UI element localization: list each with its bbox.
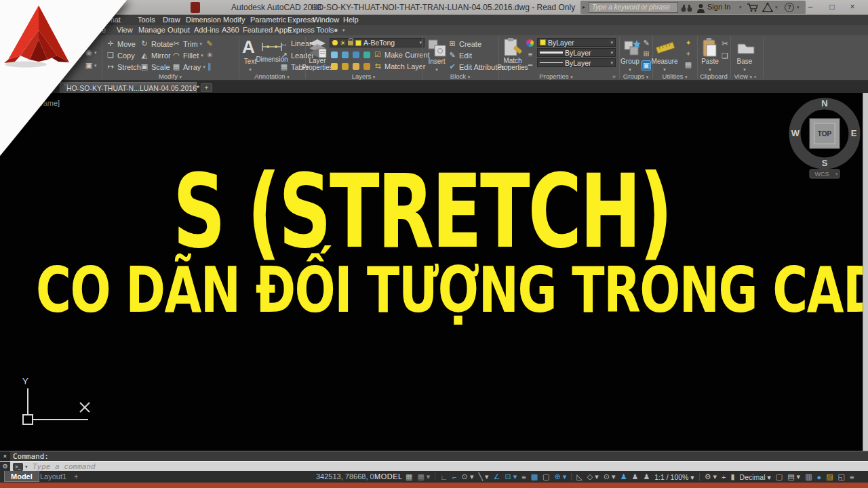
transparency-icon[interactable]: ▩ xyxy=(531,472,538,481)
selection-box-icon[interactable]: ▣ xyxy=(84,61,94,70)
layer-properties-icon[interactable] xyxy=(308,38,327,58)
layer-tool-icon[interactable] xyxy=(353,63,359,70)
annotation-visibility-icon[interactable]: ♟ xyxy=(620,472,627,481)
fillet-button[interactable]: ◠Fillet▾ xyxy=(172,51,203,60)
a360-caret-icon[interactable]: ▾ xyxy=(775,5,778,10)
trim-button[interactable]: ✂Trim▾ xyxy=(172,39,202,48)
isometric-drafting-icon[interactable]: ╲ ▾ xyxy=(478,472,488,481)
stretch-button[interactable]: ↦Stretch xyxy=(106,62,141,71)
viewcube-top-face[interactable]: TOP xyxy=(818,130,832,138)
tab-row-caret-icon[interactable]: ▾ xyxy=(342,28,345,33)
measure-icon[interactable] xyxy=(655,39,675,56)
clean-screen-icon[interactable]: ▨ xyxy=(826,472,833,481)
match-properties-icon[interactable] xyxy=(502,38,523,58)
array-button[interactable]: ▦Array▾ xyxy=(172,62,205,71)
record-icon[interactable]: ● xyxy=(334,26,338,34)
command-recent-caret-icon[interactable]: ▾ xyxy=(25,464,28,470)
annotation-people-icon[interactable]: ♟ xyxy=(643,472,650,481)
mirror-button[interactable]: ◭Mirror xyxy=(140,51,171,60)
menu-parametric[interactable]: Parametric xyxy=(250,16,286,24)
modify-panel-label[interactable]: Modify ▾ xyxy=(102,73,239,80)
a360-icon[interactable] xyxy=(762,3,773,12)
customization-menu-icon[interactable]: ≡ xyxy=(850,473,854,481)
wcs-caret-icon[interactable]: ▾ xyxy=(835,171,838,176)
new-layout-button[interactable]: + xyxy=(68,471,84,482)
search-binoculars-icon[interactable] xyxy=(681,4,693,12)
sign-in-caret-icon[interactable]: ▾ xyxy=(739,5,742,10)
groups-panel-label[interactable]: Groups ▾ xyxy=(619,73,652,80)
copy-clip-icon[interactable]: ❏ xyxy=(720,52,730,60)
tab-annotate[interactable]: Annotate xyxy=(76,26,106,34)
layer-tool-icon[interactable] xyxy=(363,63,370,70)
utilities-panel-label[interactable]: Utilities ▾ xyxy=(652,73,697,80)
ortho-mode-icon[interactable]: ∟ xyxy=(440,473,448,481)
create-block-button[interactable]: ⊞Create xyxy=(448,39,481,48)
snap-mode-icon[interactable]: ▦ ▾ xyxy=(417,472,430,481)
command-close-icon[interactable]: × xyxy=(0,451,10,462)
viewport-control-fragment[interactable]: rame] xyxy=(41,99,60,107)
model-space-button[interactable]: MODEL xyxy=(374,472,403,481)
isolate-objects-icon[interactable]: ▮ xyxy=(731,472,735,481)
scale-button[interactable]: ▣Scale xyxy=(140,62,170,71)
full-screen-icon[interactable]: ◱ xyxy=(838,472,845,481)
layout-switch-icon[interactable]: ▥ xyxy=(805,472,812,481)
sign-in-button[interactable]: Sign In xyxy=(707,3,730,11)
menu-dimension[interactable]: Dimension xyxy=(186,16,221,24)
menu-window[interactable]: Window xyxy=(313,16,339,24)
tab-featured-apps[interactable]: Featured Apps xyxy=(243,26,292,34)
point-style-icon[interactable]: ✦ xyxy=(684,39,693,47)
layer-tool-icon[interactable] xyxy=(342,63,349,70)
layout1-tab[interactable]: Layout1 xyxy=(34,471,73,482)
properties-panel-label[interactable]: Properties ▾ xyxy=(498,73,614,80)
menu-express[interactable]: Express xyxy=(288,16,315,24)
trim-caret-icon[interactable]: ▾ xyxy=(200,41,203,47)
viewport-lock-icon[interactable]: ▢ xyxy=(776,472,783,481)
layer-tool-icon[interactable] xyxy=(342,52,349,58)
base-icon[interactable] xyxy=(736,40,755,55)
tab-view[interactable]: View xyxy=(117,26,133,34)
viewcube-west[interactable]: W xyxy=(791,128,800,138)
menu-draw[interactable]: Draw xyxy=(163,16,180,24)
lineweight-icon[interactable]: ≡ xyxy=(526,50,535,58)
block-panel-label[interactable]: Block ▾ xyxy=(422,73,498,80)
annotation-scale-button[interactable]: 1:1 / 100% ▾ xyxy=(654,473,694,481)
user-icon[interactable] xyxy=(696,3,705,13)
id-point-icon[interactable]: + xyxy=(684,49,693,58)
move-button[interactable]: ✛Move xyxy=(106,39,136,48)
group-icon[interactable] xyxy=(623,39,641,58)
units-button[interactable]: Decimal ▾ xyxy=(740,473,771,481)
infocenter-collapse-icon[interactable]: ▸ xyxy=(583,4,585,10)
help-caret-icon[interactable]: ▾ xyxy=(797,5,800,10)
layer-properties-button[interactable]: LayerProperties xyxy=(301,58,334,71)
file-tab[interactable]: HO-SO-KY-THUAT-N...LUAN-04.05.2016* × xyxy=(60,82,197,93)
layer-tool-icon[interactable] xyxy=(353,52,359,58)
group-button[interactable]: Group▾ xyxy=(615,58,645,73)
maximize-button[interactable]: □ xyxy=(825,2,840,12)
insert-block-icon[interactable] xyxy=(427,38,448,58)
base-button[interactable]: Base▾ xyxy=(730,58,759,73)
command-input[interactable]: Type a command xyxy=(33,462,96,471)
selection-cycling-icon[interactable]: ▢ xyxy=(542,472,549,481)
quick-calc-icon[interactable]: ▦ xyxy=(684,60,693,69)
color-wheel-icon[interactable] xyxy=(526,39,534,47)
tab-manage[interactable]: Manage xyxy=(138,26,165,34)
rotate-button[interactable]: ↻Rotate xyxy=(140,39,173,48)
layer-dropdown[interactable]: ☀ A-BeTong ▾ xyxy=(330,38,425,47)
offset-icon[interactable]: ∥ xyxy=(205,62,214,71)
annotation-panel-label[interactable]: Annotation ▾ xyxy=(239,73,305,80)
annotation-watch-icon[interactable]: ⊙ ▾ xyxy=(604,472,616,481)
hardware-acceleration-icon[interactable]: ● xyxy=(817,473,822,481)
viewcube[interactable]: N E S W TOP WCS ▾ xyxy=(784,95,865,183)
properties-expand-icon[interactable]: » xyxy=(612,73,616,80)
measure-button[interactable]: Measure▾ xyxy=(650,58,679,73)
menu-format[interactable]: Format xyxy=(97,16,121,24)
object-color-dropdown[interactable]: ByLayer▾ xyxy=(537,38,616,47)
new-file-tab-button[interactable]: + xyxy=(201,83,212,92)
menu-tools[interactable]: Tools xyxy=(138,16,155,24)
menu-help[interactable]: Help xyxy=(343,16,359,24)
object-snap-tracking-icon[interactable]: ⊙ ▾ xyxy=(462,472,474,481)
viewcube-east[interactable]: E xyxy=(851,128,857,138)
scrollbar[interactable] xyxy=(863,93,868,451)
tab-add-ins[interactable]: Add-ins xyxy=(194,26,219,34)
layer-tool-icon[interactable] xyxy=(331,52,338,58)
